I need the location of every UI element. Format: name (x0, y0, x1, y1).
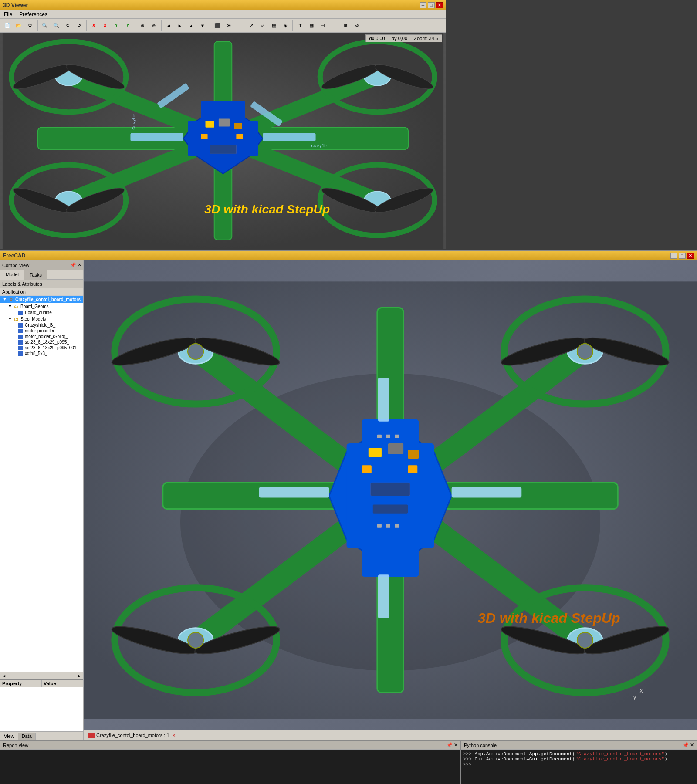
toolbar-btn-new[interactable]: 📄 (2, 20, 13, 31)
svg-rect-33 (210, 145, 237, 154)
view-tab-close[interactable]: ✕ (172, 733, 176, 738)
toolbar-btn-axis-y[interactable]: Y (111, 20, 122, 31)
main-3d-viewport[interactable]: x y 3D with kicad StepUp Crazyflie_conto… (84, 260, 697, 740)
tree-item-sot23-2[interactable]: sot23_6_18x29_p095_001 (0, 345, 83, 351)
combo-close-icon[interactable]: ✕ (78, 262, 81, 268)
python-line-3: >>> (463, 762, 695, 767)
toolbar-btn-highlight[interactable]: ◈ (280, 20, 291, 31)
toolbar-btn-right[interactable]: ► (175, 20, 185, 31)
view-tab-main[interactable]: Crazyflie_contol_board_motors : 1 ✕ (84, 730, 180, 740)
minimize-button-3d[interactable]: ─ (420, 2, 426, 8)
toolbar-sep-5 (210, 20, 210, 31)
toolbar-btn-extra[interactable]: ⫷ (352, 20, 362, 31)
combo-pin-icon[interactable]: 📌 (70, 262, 76, 268)
toolbar-btn-axis-yr[interactable]: Y (122, 20, 133, 31)
toolbar-btn-3d-nav2[interactable]: ⊕ (149, 20, 159, 31)
svg-rect-68 (408, 450, 419, 459)
toolbar-btn-axis-xr[interactable]: X (100, 20, 110, 31)
tree-item-xqfn8[interactable]: xqfn8_5x3_ (0, 351, 83, 356)
svg-rect-66 (369, 448, 382, 457)
tree-item-sot23-1[interactable]: sot23_6_18x29_p095_ (0, 339, 83, 345)
toolbar-btn-3d-nav[interactable]: ⊕ (137, 20, 148, 31)
menu-file-3d[interactable]: File (2, 11, 14, 17)
toolbar-btn-import[interactable]: ↙ (257, 20, 268, 31)
toolbar-btn-rotate-ccw[interactable]: ↺ (74, 20, 84, 31)
toolbar-btn-text[interactable]: T (295, 20, 305, 31)
tree-arrow-root: ▼ (2, 297, 7, 301)
close-button-3d[interactable]: ✕ (436, 2, 443, 8)
tab-model[interactable]: Model (0, 270, 24, 280)
toolbar-btn-left[interactable]: ◄ (163, 20, 174, 31)
toolbar-btn-ruler[interactable]: ≣ (329, 20, 339, 31)
tab-tasks[interactable]: Tasks (24, 270, 47, 280)
tree-item-boardgeoms[interactable]: ▼ 🗂 Board_Geoms (0, 303, 83, 310)
toolbar-btn-route[interactable]: ≋ (340, 20, 351, 31)
tree-item-motorholder[interactable]: motor_holder_(Solid)_ (0, 334, 83, 339)
maximize-button-freecad[interactable]: □ (679, 253, 686, 259)
toolbar-sep-3 (135, 20, 135, 31)
tab-view[interactable]: View (0, 733, 18, 740)
tree-item-root[interactable]: ▼ ⚙ Crazyflie_contol_board_motors (0, 296, 83, 303)
toolbar-btn-down[interactable]: ▼ (197, 20, 208, 31)
menu-preferences-3d[interactable]: Preferences (17, 11, 49, 17)
toolbar-btn-zoom-out[interactable]: 🔍 (51, 20, 61, 31)
bottom-panel-container: Report view 📌 ✕ Python console 📌 ✕ >>> (0, 740, 697, 784)
toolbar-btn-export[interactable]: ↗ (246, 20, 257, 31)
bottom-tabs: View Data (0, 731, 83, 740)
tree-icon-sot23-1 (18, 340, 23, 345)
property-col-value: Value (42, 680, 83, 687)
tree-icon-boardoutline (18, 311, 23, 315)
svg-rect-74 (386, 435, 390, 438)
tab-data[interactable]: Data (18, 733, 36, 740)
tree-item-boardoutline[interactable]: Board_outline (0, 310, 83, 315)
toolbar-sep-4 (161, 20, 162, 31)
svg-rect-72 (373, 505, 408, 514)
view-tabs: Crazyflie_contol_board_motors : 1 ✕ (84, 730, 697, 740)
python-console-content[interactable]: >>> App.ActiveDocument=App.getDocument("… (461, 750, 697, 784)
tree-scroll-right[interactable]: ► (78, 674, 81, 678)
tree-section[interactable]: ▼ ⚙ Crazyflie_contol_board_motors ▼ 🗂 Bo… (0, 296, 83, 672)
view-tab-icon (88, 733, 95, 738)
tree-item-motorprop[interactable]: motor-propeller-_ (0, 328, 83, 334)
toolbar-btn-filter[interactable]: ▦ (269, 20, 279, 31)
property-section: Property Value (0, 679, 83, 731)
combo-view-label: Combo View (2, 263, 29, 268)
minimize-button-freecad[interactable]: ─ (670, 253, 677, 259)
toolbar-btn-measure[interactable]: ⊣ (318, 20, 328, 31)
svg-text:x: x (639, 687, 643, 694)
toolbar-btn-axis-x[interactable]: X (88, 20, 99, 31)
close-button-freecad[interactable]: ✕ (687, 253, 694, 259)
python-pin-icon[interactable]: 📌 (683, 742, 689, 748)
toolbar-btn-open[interactable]: 📂 (14, 20, 24, 31)
svg-rect-76 (377, 524, 382, 528)
toolbar-btn-cube[interactable]: ⬛ (212, 20, 223, 31)
toolbar-btn-layers[interactable]: ≡ (235, 20, 245, 31)
tree-item-crazyshield[interactable]: Crazyshield_B_ (0, 322, 83, 328)
svg-rect-26 (130, 133, 183, 141)
svg-rect-32 (236, 134, 243, 139)
tree-icon-motorholder (18, 335, 23, 339)
viewer-canvas-3d[interactable]: Crazyflie Crazyflie 3D with kicad StepUp… (0, 33, 446, 249)
tree-icon-root: ⚙ (7, 296, 14, 302)
toolbar-btn-zoom-in[interactable]: 🔍 (40, 20, 50, 31)
maximize-button-3d[interactable]: □ (428, 2, 435, 8)
toolbar-btn-up[interactable]: ▲ (186, 20, 196, 31)
svg-rect-80 (452, 487, 522, 497)
report-pin-icon[interactable]: 📌 (447, 742, 453, 748)
tree-scroll-left[interactable]: ◄ (2, 674, 6, 678)
tree-icon-crazyshield (18, 323, 23, 328)
toolbar-btn-grid[interactable]: ▦ (306, 20, 317, 31)
toolbar-btn-settings[interactable]: ⚙ (25, 20, 35, 31)
toolbar-btn-rotate-cw[interactable]: ↻ (62, 20, 73, 31)
toolbar-btn-view-toggle[interactable]: 👁 (223, 20, 234, 31)
python-line-1: >>> App.ActiveDocument=App.getDocument("… (463, 751, 695, 757)
svg-text:3D with kicad StepUp: 3D with kicad StepUp (204, 202, 330, 216)
report-close-icon[interactable]: ✕ (454, 742, 458, 748)
python-close-icon[interactable]: ✕ (690, 742, 694, 748)
python-console-panel: Python console 📌 ✕ >>> App.ActiveDocumen… (461, 741, 697, 784)
svg-rect-73 (377, 435, 382, 438)
svg-point-83 (188, 344, 203, 359)
tree-item-stepmodels[interactable]: ▼ 🗂 Step_Models (0, 315, 83, 322)
svg-text:3D with kicad StepUp: 3D with kicad StepUp (478, 610, 620, 626)
combo-view-header: Combo View 📌 ✕ (0, 260, 83, 270)
